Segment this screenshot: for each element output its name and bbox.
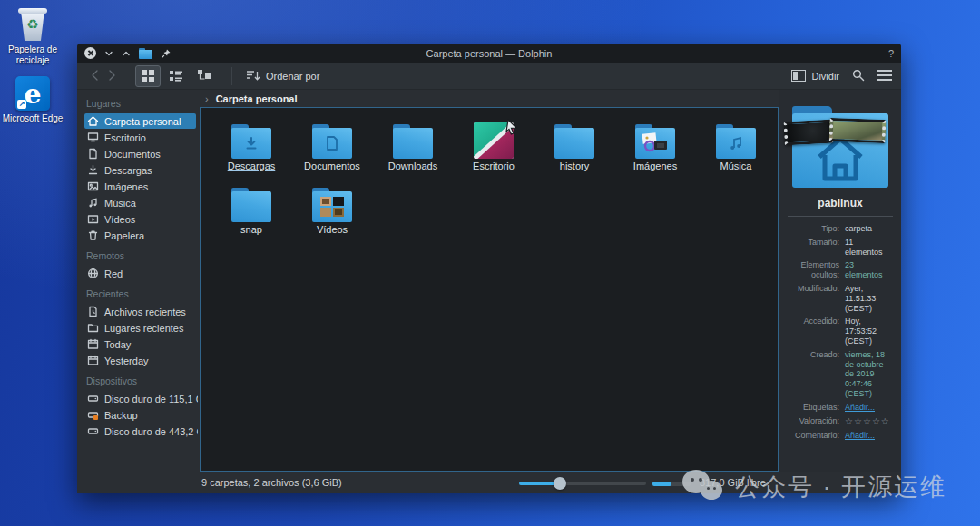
desktop-icon-label: Microsoft Edge: [0, 113, 65, 124]
property-value-creado: viernes, 18 de octubre de 2019 0:47:46 (…: [845, 350, 893, 399]
folder-icon: [633, 117, 677, 159]
sidebar-item-label: Documentos: [104, 149, 161, 160]
file-name: Vídeos: [317, 224, 348, 235]
breadcrumb-path[interactable]: Carpeta personal: [216, 93, 298, 104]
desktop-icon-microsoft-edge[interactable]: e↗ Microsoft Edge: [0, 76, 65, 124]
sidebar-item-label: Imágenes: [104, 181, 148, 192]
sidebar-section-title-recientes: Recientes: [86, 288, 198, 299]
sidebar-item-carpeta-personal[interactable]: Carpeta personal: [84, 113, 196, 129]
sort-by-button[interactable]: Ordenar por: [247, 70, 319, 82]
sidebar-item-backup[interactable]: Backup: [84, 407, 198, 423]
folder-view[interactable]: DescargasDocumentosDownloadsEscritoriohi…: [200, 107, 779, 472]
file-item-documentos[interactable]: Documentos: [292, 117, 372, 177]
sidebar-item-label: Papelera: [104, 230, 144, 241]
sidebar-item-lugares-recientes[interactable]: Lugares recientes: [84, 320, 198, 336]
sidebar-item-today[interactable]: Today: [84, 336, 198, 352]
sidebar-item-descargas[interactable]: Descargas: [84, 162, 198, 178]
sort-by-label: Ordenar por: [266, 71, 319, 82]
property-value-accedido: Hoy, 17:53:52 (CEST): [845, 317, 893, 346]
folder-icon: [230, 117, 273, 159]
sidebar-item-disco-duro-de-443-2-gib[interactable]: Disco duro de 443,2 GiB: [84, 424, 198, 439]
sidebar-item-label: Yesterday: [104, 356, 149, 366]
split-icon: [791, 70, 806, 82]
file-name: Descargas: [228, 161, 276, 171]
titlebar[interactable]: Carpeta personal — Dolphin ?: [77, 44, 901, 63]
watermark-text: 公众号 · 开源运维: [735, 471, 946, 503]
file-item-musica[interactable]: Música: [696, 117, 776, 177]
file-item-history[interactable]: history: [534, 117, 614, 177]
property-value-modificado: Ayer, 11:51:33 (CEST): [845, 284, 893, 313]
split-button[interactable]: Dividir: [791, 70, 839, 82]
file-item-descargas[interactable]: Descargas: [211, 117, 291, 177]
property-value-elementos-ocultos: 23 elementos: [845, 260, 893, 280]
file-item-snap[interactable]: snap: [211, 180, 291, 240]
film-thumbnail-scene: [829, 118, 887, 143]
sidebar-item-label: Archivos recientes: [104, 307, 186, 317]
folder-icon: [310, 180, 354, 222]
zoom-slider[interactable]: [519, 482, 646, 485]
sidebar-item-escritorio[interactable]: Escritorio: [84, 130, 198, 145]
split-label: Dividir: [811, 71, 839, 82]
trash-icon: [87, 229, 99, 241]
icons-view-button[interactable]: [135, 65, 161, 87]
sidebar-section-title-remotos: Remotos: [86, 250, 198, 261]
forward-button[interactable]: [108, 69, 117, 83]
download-icon: [87, 164, 99, 176]
sidebar-section-title-lugares: Lugares: [86, 98, 198, 109]
sidebar-sections: LugaresCarpeta personalEscritorioDocumen…: [84, 98, 198, 439]
close-button[interactable]: [84, 47, 96, 59]
file-item-imagenes[interactable]: Imágenes: [615, 117, 695, 177]
sidebar-item-musica[interactable]: Música: [84, 195, 198, 210]
window-title: Carpeta personal — Dolphin: [77, 48, 901, 59]
folder-icon: [230, 180, 273, 222]
sidebar-item-imagenes[interactable]: Imágenes: [84, 179, 198, 194]
calendar-icon: [87, 355, 99, 366]
sidebar-item-label: Lugares recientes: [104, 323, 183, 334]
properties-list: Tipo:carpetaTamaño:11 elementosElementos…: [788, 224, 893, 440]
property-value-valoracion[interactable]: ☆☆☆☆☆: [845, 416, 893, 427]
zoom-slider-handle[interactable]: [554, 477, 566, 490]
help-icon[interactable]: ?: [888, 48, 894, 59]
desktop-icon-label: Papelera de reciclaje: [0, 44, 65, 65]
file-item-escritorio[interactable]: Escritorio: [454, 117, 534, 177]
desktop-wallpaper-icon: [474, 117, 514, 159]
sidebar-item-red[interactable]: Red: [84, 266, 198, 281]
sidebar-item-label: Disco duro de 443,2 GiB: [104, 426, 198, 437]
sort-icon: [247, 70, 260, 82]
file-item-downloads[interactable]: Downloads: [373, 117, 453, 177]
edge-icon: e↗: [15, 76, 50, 111]
file-name: history: [560, 161, 589, 171]
sidebar-item-disco-duro-de-115-1-gib[interactable]: Disco duro de 115,1 GiB: [84, 391, 198, 406]
sidebar-item-yesterday[interactable]: Yesterday: [84, 353, 198, 368]
sidebar-item-videos[interactable]: Vídeos: [84, 211, 198, 227]
file-item-videos[interactable]: Vídeos: [292, 180, 372, 240]
file-name: Downloads: [388, 161, 437, 171]
monitor-icon: [87, 132, 99, 143]
sidebar-item-papelera[interactable]: Papelera: [84, 228, 198, 243]
drive-icon: [87, 393, 99, 404]
details-view-button[interactable]: [163, 65, 189, 87]
sidebar-item-documentos[interactable]: Documentos: [84, 146, 198, 161]
breadcrumb[interactable]: › Carpeta personal: [198, 90, 779, 107]
desktop-icon-recycle-bin[interactable]: ♻ Papelera de reciclaje: [0, 5, 65, 65]
folder-icon: [553, 117, 596, 159]
places-panel: LugaresCarpeta personalEscritorioDocumen…: [77, 90, 198, 472]
sidebar-item-label: Descargas: [104, 165, 152, 176]
recent-file-icon: [87, 306, 99, 317]
app-folder-icon: [139, 48, 152, 59]
network-icon: [87, 268, 99, 279]
property-label-etiquetas: Etiquetas:: [788, 403, 839, 413]
sidebar-item-archivos-recientes[interactable]: Archivos recientes: [84, 304, 198, 319]
sidebar-item-label: Vídeos: [104, 214, 135, 225]
search-icon[interactable]: [852, 69, 865, 83]
property-value-tipo: carpeta: [845, 224, 893, 234]
property-value-comentario[interactable]: Añadir...: [845, 431, 893, 441]
hamburger-menu-icon[interactable]: [877, 70, 892, 83]
property-value-etiquetas[interactable]: Añadir...: [845, 403, 893, 413]
tree-view-button[interactable]: [191, 65, 217, 87]
breadcrumb-chevron-icon: ›: [205, 93, 209, 104]
back-button[interactable]: [90, 69, 99, 83]
sidebar-item-label: Escritorio: [104, 132, 146, 143]
file-name: snap: [240, 224, 262, 235]
property-label-tamano: Tamaño:: [788, 238, 839, 258]
